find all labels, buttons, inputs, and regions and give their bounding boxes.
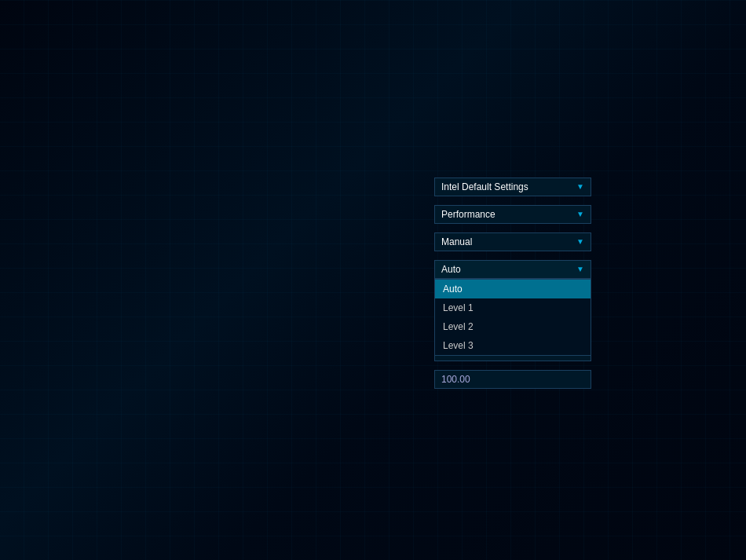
ai-oc-tuner-value: Manual [441, 236, 472, 247]
npu-boost-value: Auto [441, 264, 461, 275]
perf-pref-value: Intel Default Settings [441, 181, 528, 192]
ai-oc-tuner-dropdown[interactable]: Manual ▼ [434, 232, 591, 251]
performance-preferences-dropdown[interactable]: Intel Default Settings ▼ [434, 178, 591, 196]
intel-default-dropdown[interactable]: Performance ▼ [434, 205, 591, 224]
chevron-down-icon: ▼ [576, 210, 584, 218]
performance-preferences-control: Intel Default Settings ▼ [434, 178, 591, 196]
chevron-down-icon: ▼ [576, 182, 584, 191]
npu-option-auto[interactable]: Auto [435, 280, 591, 298]
ai-oc-tuner-control: Manual ▼ [434, 232, 591, 251]
chevron-down-icon: ▼ [576, 265, 584, 273]
npu-boost-dropdown[interactable]: Auto ▼ [434, 260, 591, 279]
npu-option-level1[interactable]: Level 1 [435, 298, 591, 317]
pcie-clk-freq-input[interactable] [434, 370, 591, 389]
npu-boost-popup: Auto Level 1 Level 2 Level 3 [434, 279, 591, 356]
pcie-clk-freq-control [434, 370, 591, 389]
npu-option-level2[interactable]: Level 2 [435, 317, 591, 336]
intel-default-control: Performance ▼ [434, 205, 591, 224]
chevron-down-icon: ▼ [576, 237, 584, 246]
npu-boost-control: Auto ▼ Auto Level 1 Level 2 Level 3 [434, 260, 591, 279]
npu-option-level3[interactable]: Level 3 [435, 336, 591, 355]
intel-default-value: Performance [441, 209, 496, 220]
